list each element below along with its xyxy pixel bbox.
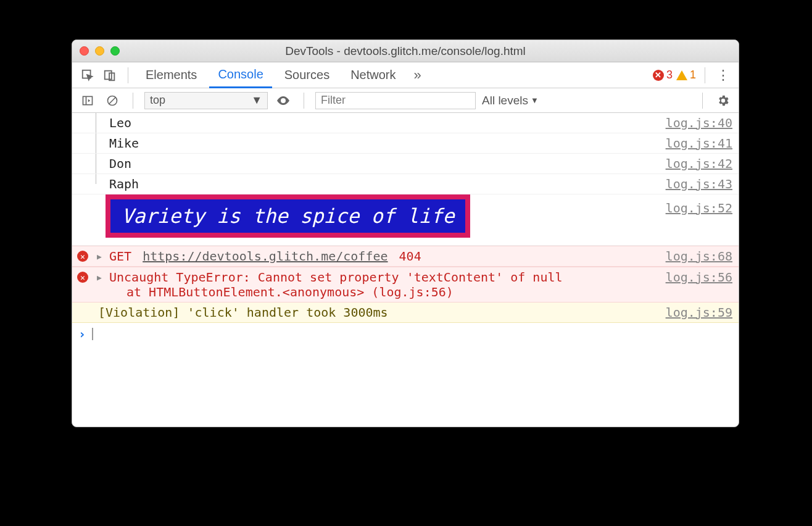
separator bbox=[133, 93, 133, 109]
log-row: Mike log.js:41 bbox=[72, 133, 739, 154]
source-link[interactable]: log.js:43 bbox=[666, 177, 732, 191]
separator bbox=[304, 93, 304, 109]
console-output: Leo log.js:40 Mike log.js:41 Don log.js:… bbox=[72, 113, 739, 427]
source-link[interactable]: log.js:68 bbox=[666, 249, 732, 264]
svg-rect-3 bbox=[83, 96, 93, 104]
separator bbox=[128, 67, 128, 83]
devtools-window: DevTools - devtools.glitch.me/console/lo… bbox=[72, 40, 739, 427]
log-text: Leo bbox=[109, 115, 131, 130]
tab-sources[interactable]: Sources bbox=[276, 62, 338, 88]
sidebar-toggle-icon[interactable] bbox=[78, 91, 97, 110]
error-icon: ✕ bbox=[77, 251, 88, 262]
tabbar: Elements Console Sources Network » ✕ 3 1… bbox=[72, 62, 739, 88]
warning-icon bbox=[676, 70, 687, 80]
source-link[interactable]: log.js:59 bbox=[666, 305, 732, 320]
console-toolbar: top ▼ All levels ▼ bbox=[72, 88, 739, 113]
device-toggle-icon[interactable] bbox=[101, 66, 119, 85]
source-link[interactable]: log.js:42 bbox=[666, 156, 732, 171]
source-link[interactable]: log.js:40 bbox=[666, 115, 732, 130]
context-value: top bbox=[150, 94, 165, 107]
cursor-icon bbox=[92, 328, 93, 340]
filter-input[interactable] bbox=[315, 92, 476, 109]
titlebar: DevTools - devtools.glitch.me/console/lo… bbox=[72, 40, 739, 62]
console-prompt[interactable]: › bbox=[72, 323, 739, 345]
gear-icon[interactable] bbox=[714, 91, 732, 110]
stack-link[interactable]: log.js:56 bbox=[379, 285, 445, 299]
log-text: Don bbox=[109, 156, 131, 171]
error-count-badge[interactable]: ✕ 3 bbox=[653, 69, 673, 81]
violation-row: [Violation] 'click' handler took 3000ms … bbox=[72, 303, 739, 323]
error-icon: ✕ bbox=[653, 70, 664, 81]
chevron-down-icon: ▼ bbox=[251, 94, 262, 107]
styled-log-text: Variety is the spice of life bbox=[106, 194, 470, 238]
log-row: Don log.js:42 bbox=[72, 154, 739, 174]
source-link[interactable]: log.js:52 bbox=[666, 194, 732, 215]
source-link[interactable]: log.js:56 bbox=[666, 270, 732, 285]
tab-network[interactable]: Network bbox=[342, 62, 404, 88]
stack-frame: at HTMLButtonElement.<anonymous> (log.js… bbox=[109, 285, 732, 299]
error-text: GET https://devtools.glitch.me/coffee 40… bbox=[109, 249, 421, 264]
error-url[interactable]: https://devtools.glitch.me/coffee bbox=[143, 249, 387, 264]
window-title: DevTools - devtools.glitch.me/console/lo… bbox=[72, 44, 739, 58]
warning-count: 1 bbox=[690, 69, 696, 81]
svg-point-7 bbox=[282, 99, 284, 102]
svg-line-6 bbox=[109, 98, 115, 104]
log-text: Raph bbox=[109, 177, 139, 191]
error-icon: ✕ bbox=[77, 272, 88, 283]
source-link[interactable]: log.js:41 bbox=[666, 136, 732, 151]
prompt-caret-icon: › bbox=[78, 327, 86, 341]
svg-rect-1 bbox=[105, 70, 112, 79]
log-row: Leo log.js:40 bbox=[72, 113, 739, 133]
separator bbox=[702, 93, 703, 109]
expand-icon[interactable]: ▶ bbox=[97, 273, 102, 282]
violation-text: [Violation] 'click' handler took 3000ms bbox=[98, 305, 388, 320]
expand-icon[interactable]: ▶ bbox=[97, 252, 102, 261]
tab-console[interactable]: Console bbox=[209, 62, 271, 88]
log-text: Mike bbox=[109, 136, 139, 151]
separator bbox=[705, 67, 705, 83]
eye-icon[interactable] bbox=[274, 91, 292, 110]
inspect-icon[interactable] bbox=[78, 66, 97, 85]
error-count: 3 bbox=[666, 69, 673, 81]
status-badges[interactable]: ✕ 3 1 bbox=[653, 69, 696, 81]
styled-log-row: Variety is the spice of life log.js:52 bbox=[72, 194, 739, 246]
more-tabs-icon[interactable]: » bbox=[408, 66, 427, 85]
error-message: Uncaught TypeError: Cannot set property … bbox=[109, 270, 563, 285]
levels-label: All levels bbox=[482, 94, 528, 107]
console-input[interactable] bbox=[99, 327, 732, 341]
stack-text: ) bbox=[446, 285, 454, 299]
context-selector[interactable]: top ▼ bbox=[144, 92, 268, 109]
http-status: 404 bbox=[399, 249, 421, 264]
http-method: GET bbox=[109, 249, 131, 264]
tab-elements[interactable]: Elements bbox=[137, 62, 205, 88]
error-row[interactable]: ✕ ▶ GET https://devtools.glitch.me/coffe… bbox=[72, 246, 739, 267]
log-row: Raph log.js:43 bbox=[72, 174, 739, 194]
chevron-down-icon: ▼ bbox=[531, 96, 539, 105]
clear-console-icon[interactable] bbox=[103, 91, 122, 110]
stack-text: at HTMLButtonElement.<anonymous> ( bbox=[126, 285, 379, 299]
kebab-menu-icon[interactable]: ⋮ bbox=[714, 66, 732, 85]
warning-count-badge[interactable]: 1 bbox=[676, 69, 696, 81]
log-levels-selector[interactable]: All levels ▼ bbox=[482, 94, 539, 107]
error-row[interactable]: ✕ ▶ Uncaught TypeError: Cannot set prope… bbox=[72, 267, 739, 303]
